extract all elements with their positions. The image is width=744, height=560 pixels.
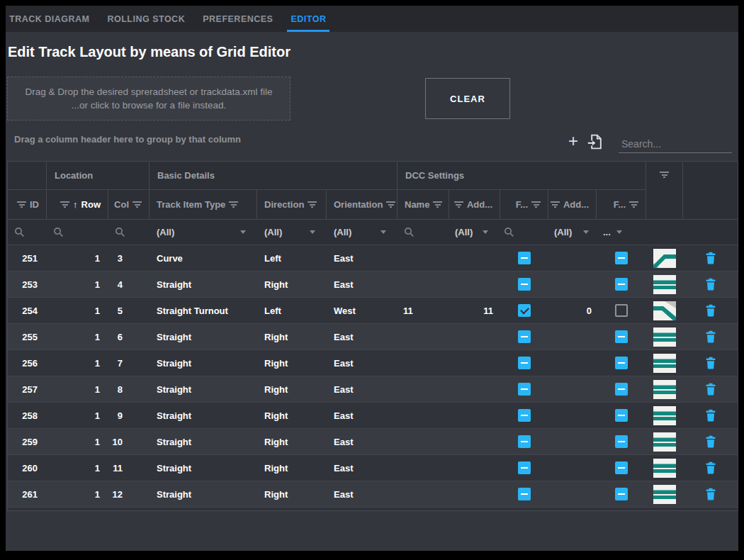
filter-icon[interactable] (133, 201, 142, 208)
delete-row-button[interactable] (683, 481, 738, 507)
delete-row-button[interactable] (683, 324, 738, 349)
f2-checkbox[interactable] (615, 461, 628, 474)
filter-icon[interactable] (229, 201, 238, 208)
filter-input-col[interactable] (108, 220, 150, 245)
cell-addr2 (548, 350, 597, 376)
f2-checkbox[interactable] (615, 435, 628, 448)
delete-row-button[interactable] (683, 376, 738, 402)
column-header-col[interactable]: Col (108, 190, 150, 219)
cell-addr1: 11 (449, 298, 500, 323)
cell-addr1 (449, 271, 500, 297)
cell-f1 (500, 298, 548, 323)
tab-preferences[interactable]: PREFERENCES (199, 6, 276, 32)
delete-row-button[interactable] (683, 245, 738, 271)
column-header-direction[interactable]: Direction (257, 190, 327, 219)
cell-orientation: East (327, 271, 398, 297)
filter-icon[interactable] (308, 201, 317, 208)
delete-row-button[interactable] (683, 403, 738, 428)
filter-icon[interactable] (454, 201, 463, 208)
trash-icon (705, 461, 716, 474)
f2-checkbox[interactable] (615, 330, 628, 343)
f2-checkbox[interactable] (615, 409, 628, 422)
column-header-address-2[interactable]: Add... (548, 190, 597, 219)
tab-track-diagram[interactable]: TRACK DIAGRAM (6, 6, 93, 32)
column-header-address-1[interactable]: Add... (449, 190, 500, 219)
export-button[interactable] (587, 133, 604, 150)
column-header-function-1[interactable]: F... (500, 190, 548, 219)
column-header-row[interactable]: Row (47, 190, 108, 219)
cell-f1 (500, 324, 548, 349)
f1-checkbox[interactable] (518, 488, 531, 500)
filter-icon[interactable] (17, 201, 26, 208)
cell-row: 1 (47, 271, 108, 297)
cell-addr1 (449, 429, 500, 454)
cell-id: 253 (8, 271, 47, 297)
filter-input-id[interactable] (8, 220, 47, 245)
band-id-spacer (8, 162, 47, 190)
search-input[interactable] (621, 138, 744, 150)
f2-checkbox[interactable] (615, 488, 628, 500)
cell-id: 254 (8, 298, 47, 323)
filter-select-direction[interactable]: (All) (257, 220, 327, 245)
column-header-orientation[interactable]: Orientation (327, 190, 398, 219)
f2-checkbox[interactable] (615, 357, 628, 369)
filter-icon[interactable] (386, 201, 395, 208)
filter-select-value: (All) (334, 227, 351, 237)
cell-row: 1 (47, 298, 108, 323)
f1-checkbox[interactable] (518, 252, 531, 264)
f2-checkbox[interactable] (615, 304, 628, 317)
f2-checkbox[interactable] (615, 278, 628, 291)
filter-icon[interactable] (629, 201, 638, 208)
tab-rolling-stock[interactable]: ROLLING STOCK (103, 6, 188, 32)
f1-checkbox[interactable] (518, 383, 531, 396)
f1-checkbox[interactable] (518, 278, 531, 291)
delete-row-button[interactable] (683, 429, 738, 454)
f1-checkbox[interactable] (518, 330, 531, 343)
f1-checkbox[interactable] (518, 435, 531, 448)
filter-select-function-2[interactable]: (All) (548, 220, 598, 245)
band-dcc-settings[interactable]: DCC Settings (398, 162, 646, 190)
delete-row-button[interactable] (683, 455, 738, 481)
page-title: Edit Track Layout by means of Grid Edito… (8, 44, 291, 60)
band-location[interactable]: Location (47, 162, 150, 190)
filter-select-more[interactable]: ... (598, 220, 635, 245)
f1-checkbox[interactable] (518, 461, 531, 474)
column-chooser-column[interactable] (646, 162, 683, 219)
filter-input-name[interactable] (398, 220, 449, 245)
filter-input-address-1[interactable] (497, 220, 548, 245)
f1-checkbox[interactable] (518, 304, 531, 317)
cell-name (398, 350, 449, 376)
filter-icon[interactable] (433, 201, 442, 208)
f1-checkbox[interactable] (518, 357, 531, 369)
column-header-direction-label: Direction (264, 199, 304, 210)
f2-checkbox[interactable] (615, 252, 628, 264)
delete-row-button[interactable] (683, 350, 738, 376)
filter-select-track-item-type[interactable]: (All) (150, 220, 257, 245)
clear-button[interactable]: CLEAR (425, 78, 510, 119)
filter-select-orientation[interactable]: (All) (327, 220, 398, 245)
f1-checkbox[interactable] (518, 409, 531, 422)
trash-icon (705, 409, 716, 422)
delete-row-button[interactable] (683, 271, 738, 297)
filter-icon[interactable] (551, 201, 560, 208)
filter-select-function-1[interactable]: (All) (449, 220, 497, 245)
delete-row-button[interactable] (683, 298, 738, 323)
tab-editor[interactable]: EDITOR (287, 6, 329, 32)
file-dropzone[interactable]: Drag & Drop the desired spreradsheet or … (7, 77, 291, 121)
column-header-name[interactable]: Name (398, 190, 449, 219)
filter-input-row[interactable] (47, 220, 108, 245)
filter-icon[interactable] (60, 201, 69, 208)
cell-col: 3 (108, 245, 150, 271)
filter-icon[interactable] (531, 201, 541, 208)
band-basic-details[interactable]: Basic Details (150, 162, 398, 190)
column-header-function-2[interactable]: F... (597, 190, 646, 219)
chevron-down-icon (616, 230, 622, 234)
search-box[interactable] (619, 135, 732, 153)
filter-icon[interactable] (660, 172, 669, 178)
add-row-button[interactable] (564, 132, 582, 150)
f2-checkbox[interactable] (615, 383, 628, 396)
column-header-track-item-type[interactable]: Track Item Type (150, 190, 257, 219)
cell-orientation: East (327, 455, 398, 481)
column-header-id[interactable]: ID (8, 190, 47, 219)
cell-name (398, 481, 449, 507)
